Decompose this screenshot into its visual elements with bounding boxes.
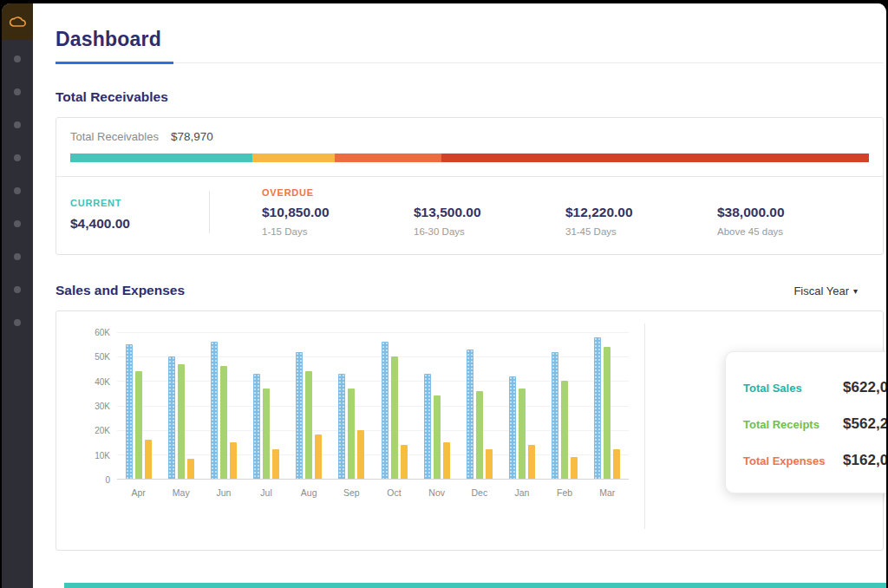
receivables-total: $78,970: [171, 130, 213, 143]
bar-sales: [126, 344, 133, 479]
bar-group-dec: Dec: [467, 332, 493, 479]
bar-expenses: [357, 430, 364, 479]
bar-expenses: [528, 445, 535, 479]
bar-sales: [338, 374, 345, 479]
summary-row: Total Expenses$162,027: [743, 442, 886, 479]
screen-background: Dashboard Total Receivables Total Receiv…: [0, 0, 888, 588]
x-tick-label: Jan: [515, 487, 530, 498]
sales-section-title: Sales and Expenses: [56, 283, 185, 298]
chevron-down-icon: ▾: [853, 286, 858, 296]
overdue-period: Above 45 days: [717, 226, 869, 237]
receivables-bar: [70, 154, 869, 162]
sidebar-dot[interactable]: [14, 220, 21, 227]
sidebar-dot[interactable]: [14, 88, 21, 95]
bar-expenses: [401, 445, 408, 479]
main-content: Dashboard Total Receivables Total Receiv…: [33, 3, 886, 588]
overdue-period: 31-45 Days: [565, 226, 717, 237]
bar-group-aug: Aug: [296, 332, 322, 479]
cloud-logo-icon: [9, 16, 26, 28]
y-tick-label: 50K: [95, 352, 110, 362]
summary-row: Total Sales$622,000: [743, 369, 886, 406]
bar-group-oct: Oct: [382, 332, 408, 479]
bar-group-sep: Sep: [338, 332, 364, 479]
current-label: CURRENT: [70, 198, 209, 208]
overdue-receivables: OVERDUE $10,850.001-15 Days$13,500.0016-…: [210, 187, 869, 237]
overdue-item: $10,850.001-15 Days: [262, 205, 414, 237]
y-tick-label: 30K: [95, 402, 110, 411]
x-tick-label: Aug: [301, 487, 317, 498]
page-header: Dashboard: [56, 3, 884, 63]
x-tick-label: Jul: [260, 487, 271, 498]
x-tick-label: Sep: [343, 487, 360, 498]
bar-sales: [168, 356, 175, 479]
bar-expenses: [145, 440, 152, 479]
bar-group-apr: Apr: [126, 332, 152, 479]
bar-receipts: [348, 389, 355, 479]
x-tick-label: May: [173, 487, 190, 498]
x-tick-label: Mar: [599, 487, 615, 498]
y-tick-label: 0: [105, 475, 110, 485]
summary-value: $562,250: [843, 415, 886, 433]
bar-group-feb: Feb: [552, 332, 578, 479]
summary-row: Total Receipts$562,250: [743, 406, 886, 442]
bar-expenses: [571, 457, 578, 479]
fiscal-year-label: Fiscal Year: [793, 284, 849, 297]
bar-receipts: [476, 391, 483, 479]
bar-receipts: [263, 389, 270, 479]
totals-summary-panel: Total Sales$622,000Total Receipts$562,25…: [725, 351, 886, 493]
receivables-segment-current: [70, 154, 252, 162]
summary-label: Total Expenses: [743, 454, 825, 467]
bar-group-mar: Mar: [594, 332, 620, 479]
summary-label: Total Sales: [743, 382, 802, 395]
title-accent-underline: [56, 62, 173, 64]
sales-expenses-card: 60K50K40K30K20K10K0 AprMayJunJulAugSepOc…: [56, 310, 884, 551]
sidebar-dot[interactable]: [14, 154, 21, 161]
bar-expenses: [486, 449, 493, 479]
sidebar-dot[interactable]: [14, 121, 21, 128]
receivables-card: Total Receivables $78,970 CURRENT $4,400…: [56, 117, 884, 255]
overdue-item: $13,500.0016-30 Days: [414, 205, 565, 237]
receivables-section-title: Total Receivables: [56, 89, 884, 105]
bar-receipts: [305, 371, 312, 479]
y-tick-label: 20K: [95, 426, 110, 435]
bar-sales: [424, 374, 431, 479]
bar-sales: [594, 337, 601, 479]
bar-receipts: [604, 347, 610, 479]
overdue-amount: $13,500.00: [414, 205, 565, 220]
bar-receipts: [561, 381, 568, 479]
sidebar-dot[interactable]: [14, 319, 21, 326]
overdue-amount: $38,000.00: [717, 205, 869, 220]
bar-receipts: [135, 371, 142, 479]
x-tick-label: Feb: [557, 487, 572, 498]
bar-sales: [467, 350, 473, 479]
bar-receipts: [434, 395, 441, 479]
sidebar-dot[interactable]: [14, 56, 21, 62]
x-tick-label: Oct: [387, 487, 401, 498]
current-amount: $4,400.00: [70, 216, 209, 232]
bar-expenses: [315, 434, 322, 479]
y-tick-label: 60K: [95, 328, 110, 337]
summary-value: $162,027: [843, 452, 886, 469]
sidebar-dot[interactable]: [14, 187, 21, 194]
fiscal-year-filter[interactable]: Fiscal Year ▾: [793, 284, 858, 297]
bar-group-nov: Nov: [424, 332, 450, 479]
bar-sales: [382, 342, 388, 479]
bar-receipts: [178, 364, 185, 479]
receivables-segment-overdue-1-15: [252, 154, 335, 162]
receivables-card-label: Total Receivables: [70, 130, 159, 143]
bar-expenses: [187, 459, 194, 479]
receivables-section: Total Receivables Total Receivables $78,…: [56, 89, 884, 255]
sidebar-dot[interactable]: [14, 286, 21, 293]
sales-section: Sales and Expenses Fiscal Year ▾ 60K50K4…: [56, 283, 884, 551]
bar-sales: [552, 352, 558, 479]
sidebar: [2, 3, 33, 588]
receivables-segment-overdue-16-30: [335, 154, 441, 162]
app-logo[interactable]: [2, 3, 33, 40]
overdue-amount: $10,850.00: [262, 205, 414, 220]
bar-sales: [211, 342, 218, 479]
summary-value: $622,000: [843, 379, 886, 396]
sidebar-dot[interactable]: [14, 253, 21, 260]
current-receivables: CURRENT $4,400.00: [70, 187, 209, 237]
y-tick-label: 40K: [95, 376, 110, 386]
chart-y-axis: 60K50K40K30K20K10K0: [88, 332, 117, 480]
